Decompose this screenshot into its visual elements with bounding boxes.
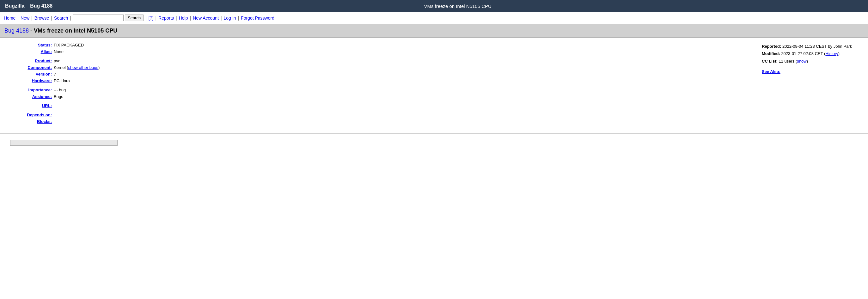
nav-new[interactable]: New: [21, 16, 29, 21]
component-row: Component: Kernel (show other bugs): [8, 65, 747, 70]
product-label[interactable]: Product:: [8, 58, 52, 63]
sep9: |: [221, 16, 222, 21]
bug-body: Status: FIX PACKAGED Alias: None Product…: [0, 38, 868, 131]
app-title: Bugzilla – Bug 4188: [5, 3, 53, 9]
nav-home[interactable]: Home: [4, 16, 16, 21]
component-value: Kernel (show other bugs): [54, 65, 99, 70]
bug-main: Status: FIX PACKAGED Alias: None Product…: [0, 43, 754, 126]
depends-on-label[interactable]: Depends on:: [8, 113, 52, 117]
bug-header: Bug 4188 - VMs freeze on Intel N5105 CPU: [0, 24, 868, 38]
depends-on-row: Depends on:: [8, 113, 747, 117]
sep7: |: [176, 16, 177, 21]
scroll-area[interactable]: [10, 140, 118, 146]
product-row: Product: pve: [8, 58, 747, 63]
bottom-bar: [0, 136, 868, 150]
reported-value: 2022-08-04 11:23 CEST by John Park: [782, 44, 852, 49]
cc-list-label: CC List:: [762, 59, 778, 63]
hardware-value: PC Linux: [54, 79, 70, 83]
modified-label: Modified:: [762, 51, 780, 56]
sep2: |: [31, 16, 33, 21]
blocks-label[interactable]: Blocks:: [8, 119, 52, 124]
reported-label: Reported:: [762, 44, 781, 49]
version-label[interactable]: Version:: [8, 72, 52, 77]
nav-login[interactable]: Log In: [224, 16, 236, 21]
url-label[interactable]: URL:: [8, 103, 52, 108]
bug-meta: Reported: 2022-08-04 11:23 CEST by John …: [754, 43, 868, 126]
importance-value: --- bug: [54, 88, 66, 92]
version-value: 7: [54, 72, 56, 77]
sep8: |: [190, 16, 191, 21]
sep10: |: [238, 16, 239, 21]
sep5: |: [146, 16, 147, 21]
sep1: |: [18, 16, 19, 21]
product-value: pve: [54, 58, 60, 63]
nav-search[interactable]: Search: [54, 16, 68, 21]
title-bar: Bugzilla – Bug 4188 VMs freeze on Intel …: [0, 0, 868, 12]
component-show-other-bugs-link[interactable]: show other bugs: [68, 65, 98, 70]
alias-value: None: [54, 49, 64, 54]
nav-bar: Home | New | Browse | Search | Search | …: [0, 12, 868, 24]
component-label[interactable]: Component:: [8, 65, 52, 70]
importance-row: Importance: --- bug: [8, 88, 747, 92]
search-input[interactable]: [73, 14, 124, 21]
search-button[interactable]: Search: [125, 14, 144, 21]
alias-label[interactable]: Alias:: [8, 49, 52, 54]
bug-id-link[interactable]: Bug 4188: [4, 28, 29, 34]
cc-list-value: 11 users: [779, 59, 794, 63]
modified-value: 2023-01-27 02:08 CET: [781, 51, 823, 56]
window-bug-title: VMs freeze on Intel N5105 CPU: [53, 3, 863, 9]
importance-label[interactable]: Importance:: [8, 88, 52, 92]
hardware-row: Hardware: PC Linux: [8, 79, 747, 83]
nav-forgot-password[interactable]: Forgot Password: [241, 16, 274, 21]
cc-list-show-link[interactable]: show: [797, 59, 806, 63]
assignee-value: Bugs: [54, 94, 63, 99]
alias-row: Alias: None: [8, 49, 747, 54]
nav-new-account[interactable]: New Account: [193, 16, 219, 21]
nav-help[interactable]: Help: [179, 16, 188, 21]
see-also-label[interactable]: See Also:: [762, 68, 860, 76]
assignee-row: Assignee: Bugs: [8, 94, 747, 99]
modified-line: Modified: 2023-01-27 02:08 CET (History): [762, 50, 860, 57]
url-row: URL:: [8, 103, 747, 108]
divider: [0, 133, 868, 134]
blocks-row: Blocks:: [8, 119, 747, 124]
nav-browse[interactable]: Browse: [34, 16, 49, 21]
nav-reports[interactable]: Reports: [158, 16, 174, 21]
status-label[interactable]: Status:: [8, 43, 52, 48]
sep6: |: [155, 16, 156, 21]
bug-title-text: - VMs freeze on Intel N5105 CPU: [29, 28, 117, 34]
nav-help-icon[interactable]: [?]: [149, 16, 154, 21]
version-row: Version: 7: [8, 72, 747, 77]
reported-line: Reported: 2022-08-04 11:23 CEST by John …: [762, 43, 860, 50]
status-value: FIX PACKAGED: [54, 43, 84, 48]
status-row: Status: FIX PACKAGED: [8, 43, 747, 48]
sep4: |: [70, 16, 71, 21]
history-link[interactable]: History: [825, 51, 838, 56]
assignee-label[interactable]: Assignee:: [8, 94, 52, 99]
sep3: |: [51, 16, 52, 21]
hardware-label[interactable]: Hardware:: [8, 79, 52, 83]
cc-list-line: CC List: 11 users (show): [762, 58, 860, 65]
